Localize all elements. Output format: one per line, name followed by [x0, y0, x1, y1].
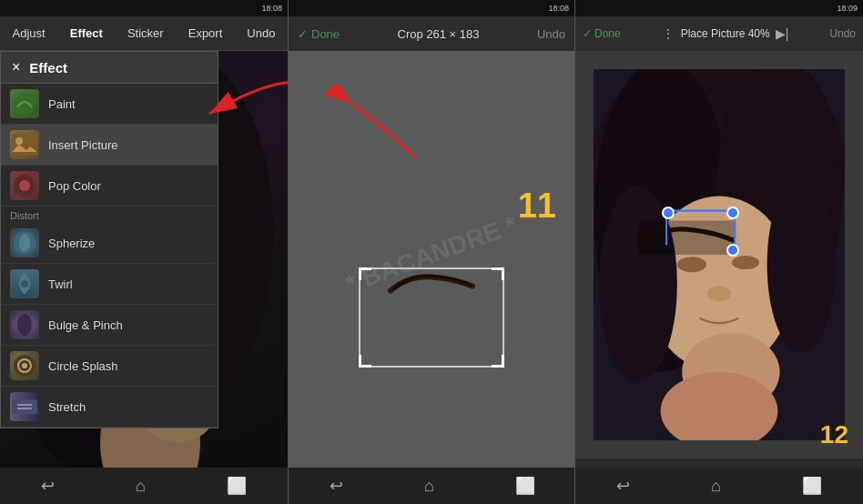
effect-item-bulge[interactable]: Bulge & Pinch [1, 305, 218, 346]
svg-rect-9 [12, 134, 37, 156]
circle-splash-thumb [10, 351, 39, 380]
effect-item-insert[interactable]: Insert Picture [1, 125, 218, 166]
stretch-thumb [10, 392, 39, 421]
dots-menu-icon[interactable]: ⋮ [662, 26, 675, 41]
home-icon-3[interactable]: ⌂ [711, 477, 721, 496]
menu-sticker[interactable]: Sticker [120, 23, 171, 44]
status-bar-2: 18:08 [289, 0, 574, 16]
crop-area[interactable] [359, 267, 504, 368]
apps-icon-2[interactable]: ⬜ [515, 476, 535, 496]
menu-effect[interactable]: Effect [63, 23, 110, 44]
done-button-2[interactable]: ✓ Done [298, 27, 340, 41]
home-icon-2[interactable]: ⌂ [424, 477, 434, 496]
step-number-12: 12 [820, 420, 848, 449]
paint-thumb [10, 89, 39, 118]
close-icon[interactable]: × [12, 59, 20, 76]
effect-item-twirl[interactable]: Twirl [1, 264, 218, 305]
effect-item-paint[interactable]: Paint [1, 84, 218, 125]
face-photo [594, 69, 845, 440]
undo-button-2[interactable]: Undo [537, 27, 565, 41]
svg-point-15 [21, 280, 28, 287]
panel2-toolbar: ✓ Done Crop 261 × 183 Undo [289, 16, 574, 51]
status-bar-3: 18:09 [575, 0, 863, 16]
circle-splash-label: Circle Splash [48, 359, 118, 373]
undo-button-3[interactable]: Undo [829, 27, 856, 40]
menu-adjust[interactable]: Adjust [5, 23, 53, 44]
checkmark-icon-2: ✓ [298, 27, 308, 41]
menu-undo[interactable]: Undo [239, 23, 282, 44]
effect-item-pop-color[interactable]: Pop Color [1, 166, 218, 207]
effect-header: × Effect [1, 52, 218, 84]
step-number-11: 11 [518, 186, 556, 226]
panel-1: 18:08 Adjust Effect Sticker Export Undo … [0, 0, 288, 504]
spherize-thumb [10, 228, 39, 257]
stretch-label: Stretch [48, 400, 86, 414]
back-icon-3[interactable]: ↩ [616, 476, 630, 496]
crop-corner-tr[interactable] [492, 267, 504, 280]
top-menu-1: Adjust Effect Sticker Export Undo [0, 16, 288, 51]
back-icon-1[interactable]: ↩ [41, 476, 55, 496]
svg-point-8 [14, 93, 36, 115]
spherize-label: Spherize [48, 237, 95, 250]
pop-thumb [10, 171, 39, 200]
distort-section-label: Distort [1, 207, 218, 223]
effect-item-circle-splash[interactable]: Circle Splash [1, 346, 218, 387]
control-overlay [594, 69, 845, 440]
arrow-done [325, 86, 434, 167]
pop-color-label: Pop Color [48, 179, 101, 193]
effect-item-stretch[interactable]: Stretch [1, 387, 218, 428]
twirl-label: Twirl [48, 277, 73, 291]
time-3: 18:09 [837, 4, 858, 13]
skip-icon[interactable]: ▶| [776, 26, 789, 41]
insert-label: Insert Picture [48, 138, 118, 152]
crop-corner-bl[interactable] [359, 355, 371, 368]
done-label-2: Done [311, 27, 340, 41]
status-bar-1: 18:08 [0, 0, 288, 16]
paint-label: Paint [48, 97, 76, 111]
menu-export[interactable]: Export [181, 23, 230, 44]
apps-icon-3[interactable]: ⬜ [802, 476, 822, 496]
effect-dropdown: × Effect Paint Insert Picture [0, 51, 218, 428]
svg-point-10 [15, 137, 23, 145]
bulge-thumb [10, 310, 39, 339]
panel2-canvas: * BACANDRE * 11 [289, 51, 574, 504]
twirl-thumb [10, 269, 39, 298]
time-1: 18:08 [261, 4, 282, 13]
nav-bar-1: ↩ ⌂ ⬜ [0, 468, 288, 504]
panel3-canvas: 12 − + [575, 51, 863, 504]
panel-3: 18:09 ✓ Done ⋮ Place Picture 40% ▶| Undo [575, 0, 863, 504]
place-picture-label: Place Picture 40% [681, 27, 770, 40]
apps-icon-1[interactable]: ⬜ [227, 476, 247, 496]
time-2: 18:08 [548, 4, 569, 13]
done-label-3: Done [594, 27, 621, 40]
svg-point-17 [17, 314, 32, 336]
done-button-3[interactable]: ✓ Done [583, 27, 621, 40]
panel2-header: 18:08 ✓ Done Crop 261 × 183 Undo [289, 0, 574, 51]
svg-point-14 [19, 234, 30, 252]
checkmark-icon-3: ✓ [583, 27, 592, 40]
effect-title: Effect [29, 60, 67, 76]
nav-bar-3: ↩ ⌂ ⬜ [575, 468, 863, 504]
svg-rect-21 [12, 399, 37, 414]
ctrl-point-br[interactable] [726, 244, 739, 257]
panel3-tools: ⋮ Place Picture 40% ▶| [662, 26, 789, 41]
crop-title: Crop 261 × 183 [398, 27, 480, 41]
home-icon-1[interactable]: ⌂ [136, 477, 146, 496]
nav-bar-2: ↩ ⌂ ⬜ [289, 468, 575, 504]
svg-point-20 [22, 363, 27, 368]
panel3-header: 18:09 ✓ Done ⋮ Place Picture 40% ▶| Undo [575, 0, 863, 51]
panel-2: 18:08 ✓ Done Crop 261 × 183 Undo * BACAN… [288, 0, 575, 504]
insert-thumb [10, 130, 39, 159]
crop-corner-tl[interactable] [359, 267, 371, 280]
back-icon-2[interactable]: ↩ [330, 476, 343, 496]
crop-corner-br[interactable] [492, 355, 504, 368]
panel3-toolbar: ✓ Done ⋮ Place Picture 40% ▶| Undo [575, 16, 863, 51]
ctrl-point-tl[interactable] [662, 207, 675, 219]
bulge-label: Bulge & Pinch [48, 318, 123, 332]
effect-item-spherize[interactable]: Spherize [1, 223, 218, 264]
svg-point-12 [19, 180, 30, 191]
